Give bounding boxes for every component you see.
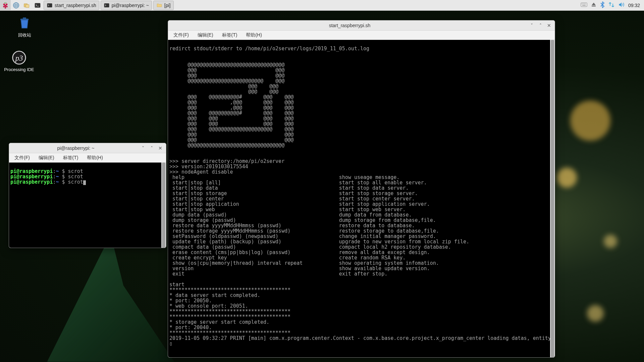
taskbar-task-pi-terminal[interactable]: pi@raspberrypi: ~ xyxy=(101,1,152,10)
taskbar-task-pi-folder[interactable]: [pi] xyxy=(153,1,174,10)
taskbar-task-label: start_raspberrypi.sh xyxy=(55,3,96,8)
terminal-icon xyxy=(47,2,53,8)
svg-rect-10 xyxy=(26,4,29,7)
window-title: pi@raspberrypi: ~ xyxy=(12,145,140,151)
menu-help[interactable]: 帮助(H) xyxy=(245,32,263,39)
desktop-icon-label: Processing IDE xyxy=(4,67,34,72)
svg-rect-17 xyxy=(583,4,584,4)
taskbar-task-label: pi@raspberrypi: ~ xyxy=(112,3,149,8)
svg-point-4 xyxy=(6,6,8,7)
svg-point-5 xyxy=(5,7,6,9)
svg-text:p3: p3 xyxy=(15,54,23,62)
desktop-icon-label: 回收站 xyxy=(9,32,40,38)
svg-rect-23 xyxy=(23,17,26,19)
menu-tabs[interactable]: 标签(T) xyxy=(62,154,80,162)
command-text: scrot xyxy=(68,179,83,185)
bluetooth-tray-icon[interactable] xyxy=(600,1,605,9)
menu-help[interactable]: 帮助(H) xyxy=(86,154,104,162)
menu-file[interactable]: 文件(F) xyxy=(172,32,190,39)
maximize-icon[interactable]: ˄ xyxy=(149,145,155,151)
desktop-processing-icon[interactable]: p3 Processing IDE xyxy=(4,50,34,72)
window-title: start_raspberrypi.sh xyxy=(171,23,529,28)
taskbar-task-label: [pi] xyxy=(164,3,171,8)
close-icon[interactable]: ✕ xyxy=(157,145,163,151)
titlebar[interactable]: start_raspberrypi.sh ˅ ˄ ✕ xyxy=(168,20,555,31)
svg-rect-11 xyxy=(35,3,41,7)
cursor xyxy=(83,180,86,185)
svg-rect-14 xyxy=(104,3,109,7)
scrollbar[interactable] xyxy=(550,40,555,357)
menu-file[interactable]: 文件(F) xyxy=(13,154,31,162)
taskbar: start_raspberrypi.sh pi@raspberrypi: ~ [… xyxy=(0,0,644,11)
minimize-icon[interactable]: ˅ xyxy=(140,145,146,151)
prompt-path: ~ xyxy=(56,179,59,185)
keyboard-tray-icon[interactable] xyxy=(581,2,587,8)
taskbar-clock[interactable]: 09:32 xyxy=(628,3,640,8)
svg-rect-20 xyxy=(582,5,586,6)
close-icon[interactable]: ✕ xyxy=(546,22,552,28)
terminal-output[interactable]: redirct stdout/stderr to /home/pi/o2serv… xyxy=(168,40,555,357)
file-manager-icon[interactable] xyxy=(21,0,32,11)
menubar: 文件(F) 编辑(E) 标签(T) 帮助(H) xyxy=(168,31,555,40)
svg-rect-13 xyxy=(47,3,52,7)
svg-rect-16 xyxy=(582,4,582,4)
menubar: 文件(F) 编辑(E) 标签(T) 帮助(H) xyxy=(9,153,166,163)
svg-rect-22 xyxy=(20,19,29,20)
svg-rect-21 xyxy=(592,6,596,6)
window-pi-terminal: pi@raspberrypi: ~ ˅ ˄ ✕ 文件(F) 编辑(E) 标签(T… xyxy=(9,143,166,248)
terminal-launcher-icon[interactable] xyxy=(32,0,43,11)
window-start-raspberrypi: start_raspberrypi.sh ˅ ˄ ✕ 文件(F) 编辑(E) 标… xyxy=(168,20,555,358)
svg-point-3 xyxy=(3,6,5,7)
menu-edit[interactable]: 编辑(E) xyxy=(37,154,56,162)
svg-rect-18 xyxy=(584,4,585,4)
menu-tabs[interactable]: 标签(T) xyxy=(221,32,239,39)
svg-rect-19 xyxy=(585,4,586,4)
terminal-output[interactable]: pi@raspberrypi:~ $ scrot pi@raspberrypi:… xyxy=(9,163,166,248)
eject-tray-icon[interactable] xyxy=(591,2,597,9)
folder-icon xyxy=(156,2,162,8)
maximize-icon[interactable]: ˄ xyxy=(537,22,543,28)
taskbar-task-start-sh[interactable]: start_raspberrypi.sh xyxy=(44,1,99,10)
titlebar[interactable]: pi@raspberrypi: ~ ˅ ˄ ✕ xyxy=(9,143,166,153)
terminal-icon xyxy=(104,2,110,8)
svg-rect-15 xyxy=(581,3,587,7)
desktop-trash-icon[interactable]: 回收站 xyxy=(9,15,40,38)
network-tray-icon[interactable] xyxy=(608,1,615,9)
minimize-icon[interactable]: ˅ xyxy=(529,22,535,28)
svg-point-2 xyxy=(4,5,6,7)
terminal-text: redirct stdout/stderr to /home/pi/o2serv… xyxy=(169,46,555,347)
prompt-user: pi@raspberrypi xyxy=(10,179,53,185)
menu-edit[interactable]: 编辑(E) xyxy=(196,32,215,39)
volume-tray-icon[interactable] xyxy=(618,1,625,9)
scrollbar[interactable] xyxy=(161,163,166,248)
web-browser-icon[interactable] xyxy=(11,0,21,11)
menu-raspberry-icon[interactable] xyxy=(0,0,11,11)
